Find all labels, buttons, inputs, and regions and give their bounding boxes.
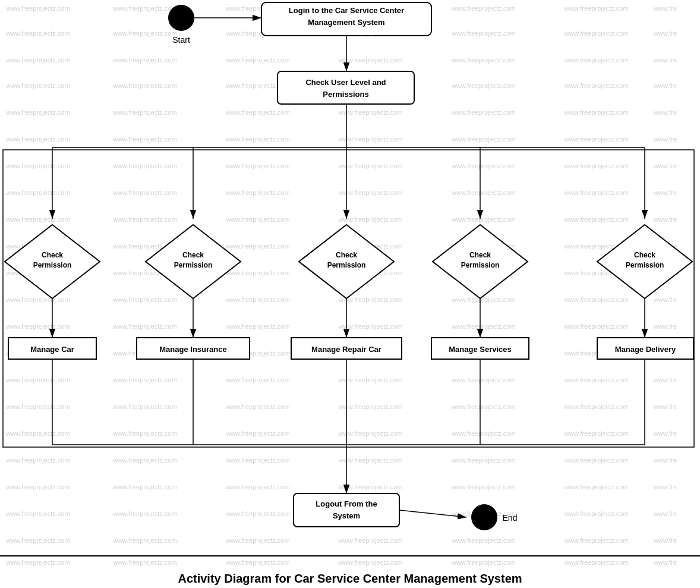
diagram-container: www.freeprojectz.com www.freeprojectz.co… (0, 0, 700, 588)
svg-text:www.freeprojectz.com: www.freeprojectz.com (338, 403, 403, 410)
svg-text:www.freeprojectz.com: www.freeprojectz.com (338, 162, 403, 169)
svg-text:www.freeprojectz.com: www.freeprojectz.com (451, 296, 516, 303)
svg-text:www.fre: www.fre (653, 483, 677, 490)
svg-text:www.fre: www.fre (653, 430, 677, 437)
svg-text:www.freeprojectz.com: www.freeprojectz.com (112, 483, 177, 490)
svg-text:www.freeprojectz.com: www.freeprojectz.com (225, 162, 290, 169)
svg-text:www.freeprojectz.com: www.freeprojectz.com (564, 457, 629, 464)
svg-text:www.freeprojectz.com: www.freeprojectz.com (564, 296, 629, 303)
svg-text:www.freeprojectz.com: www.freeprojectz.com (112, 403, 177, 410)
svg-text:www.freeprojectz.com: www.freeprojectz.com (5, 136, 70, 143)
svg-text:www.freeprojectz.com: www.freeprojectz.com (112, 559, 177, 566)
svg-text:www.freeprojectz.com: www.freeprojectz.com (225, 323, 290, 330)
svg-text:www.fre: www.fre (653, 559, 677, 566)
svg-text:www.freeprojectz.com: www.freeprojectz.com (451, 189, 516, 196)
svg-text:www.freeprojectz.com: www.freeprojectz.com (564, 109, 629, 116)
svg-text:www.freeprojectz.com: www.freeprojectz.com (564, 403, 629, 410)
svg-text:www.freeprojectz.com: www.freeprojectz.com (451, 483, 516, 490)
svg-text:www.fre: www.fre (653, 323, 677, 330)
svg-text:Check: Check (42, 251, 63, 259)
svg-text:www.freeprojectz.com: www.freeprojectz.com (564, 323, 629, 330)
start-label: Start (172, 35, 190, 45)
manage-repair-text: Manage Repair Car (311, 345, 381, 354)
svg-text:www.fre: www.fre (653, 296, 677, 303)
svg-text:www.fre: www.fre (653, 56, 677, 64)
svg-text:www.freeprojectz.com: www.freeprojectz.com (338, 559, 403, 566)
svg-text:www.freeprojectz.com: www.freeprojectz.com (5, 56, 70, 64)
svg-text:www.fre: www.fre (653, 82, 677, 89)
svg-text:www.freeprojectz.com: www.freeprojectz.com (338, 189, 403, 196)
svg-text:www.freeprojectz.com: www.freeprojectz.com (564, 56, 629, 64)
manage-delivery-text: Manage Delivery (615, 345, 676, 354)
end-circle (471, 504, 497, 530)
svg-text:www.freeprojectz.com: www.freeprojectz.com (225, 457, 290, 464)
svg-text:www.freeprojectz.com: www.freeprojectz.com (5, 376, 70, 383)
svg-text:www.freeprojectz.com: www.freeprojectz.com (338, 216, 403, 223)
svg-text:Permission: Permission (461, 261, 500, 269)
svg-text:www.freeprojectz.com: www.freeprojectz.com (225, 136, 290, 143)
svg-text:www.freeprojectz.com: www.freeprojectz.com (338, 457, 403, 464)
svg-text:www.freeprojectz.com: www.freeprojectz.com (112, 162, 177, 169)
svg-text:www.freeprojectz.com: www.freeprojectz.com (564, 30, 629, 37)
svg-text:www.freeprojectz.com: www.freeprojectz.com (564, 376, 629, 383)
logout-text2: System (333, 511, 360, 520)
svg-text:www.freeprojectz.com: www.freeprojectz.com (112, 30, 177, 37)
svg-text:www.fre: www.fre (653, 5, 677, 12)
svg-text:www.freeprojectz.com: www.freeprojectz.com (5, 510, 70, 517)
svg-text:www.freeprojectz.com: www.freeprojectz.com (5, 30, 70, 37)
manage-insurance-text: Manage Insurance (159, 345, 226, 354)
svg-text:www.freeprojectz.com: www.freeprojectz.com (225, 216, 290, 223)
svg-text:www.freeprojectz.com: www.freeprojectz.com (564, 430, 629, 437)
svg-text:www.fre: www.fre (653, 537, 677, 544)
svg-text:Permission: Permission (626, 261, 664, 269)
svg-text:www.freeprojectz.com: www.freeprojectz.com (564, 216, 629, 223)
diagram-title: Activity Diagram for Car Service Center … (178, 572, 522, 585)
svg-text:www.fre: www.fre (653, 162, 677, 169)
svg-text:www.fre: www.fre (653, 376, 677, 383)
svg-text:www.freeprojectz.com: www.freeprojectz.com (225, 269, 290, 276)
svg-text:www.fre: www.fre (653, 136, 677, 143)
login-box-text: Login to the Car Service Center (289, 6, 404, 15)
svg-text:Permission: Permission (327, 261, 366, 269)
svg-text:www.freeprojectz.com: www.freeprojectz.com (112, 430, 177, 437)
svg-text:www.freeprojectz.com: www.freeprojectz.com (451, 457, 516, 464)
svg-text:www.freeprojectz.com: www.freeprojectz.com (5, 323, 70, 330)
svg-text:www.freeprojectz.com: www.freeprojectz.com (338, 109, 403, 116)
svg-text:www.freeprojectz.com: www.freeprojectz.com (338, 323, 403, 330)
svg-text:www.freeprojectz.com: www.freeprojectz.com (451, 376, 516, 383)
svg-text:www.fre: www.fre (653, 403, 677, 410)
svg-text:www.freeprojectz.com: www.freeprojectz.com (112, 323, 177, 330)
end-label: End (503, 513, 518, 523)
svg-text:Check: Check (634, 251, 655, 259)
svg-text:Permission: Permission (174, 261, 213, 269)
svg-text:Check: Check (336, 251, 357, 259)
svg-text:www.freeprojectz.com: www.freeprojectz.com (451, 559, 516, 566)
svg-text:www.freeprojectz.com: www.freeprojectz.com (564, 162, 629, 169)
svg-text:www.freeprojectz.com: www.freeprojectz.com (5, 162, 70, 169)
svg-text:www.freeprojectz.com: www.freeprojectz.com (225, 376, 290, 383)
svg-text:www.freeprojectz.com: www.freeprojectz.com (5, 559, 70, 566)
svg-text:www.freeprojectz.com: www.freeprojectz.com (225, 296, 290, 303)
svg-text:www.freeprojectz.com: www.freeprojectz.com (451, 30, 516, 37)
svg-text:www.freeprojectz.com: www.freeprojectz.com (5, 403, 70, 410)
svg-text:www.freeprojectz.com: www.freeprojectz.com (338, 537, 403, 544)
svg-text:www.freeprojectz.com: www.freeprojectz.com (225, 510, 290, 517)
svg-text:www.fre: www.fre (653, 189, 677, 196)
svg-text:www.freeprojectz.com: www.freeprojectz.com (5, 483, 70, 490)
svg-text:www.freeprojectz.com: www.freeprojectz.com (225, 559, 290, 566)
svg-text:www.freeprojectz.com: www.freeprojectz.com (5, 296, 70, 303)
svg-text:www.freeprojectz.com: www.freeprojectz.com (564, 136, 629, 143)
svg-text:www.freeprojectz.com: www.freeprojectz.com (5, 189, 70, 196)
svg-text:www.freeprojectz.com: www.freeprojectz.com (5, 216, 70, 223)
check-user-text2: Permissions (323, 90, 368, 99)
svg-text:www.freeprojectz.com: www.freeprojectz.com (451, 403, 516, 410)
svg-text:www.freeprojectz.com: www.freeprojectz.com (5, 430, 70, 437)
svg-text:www.freeprojectz.com: www.freeprojectz.com (338, 430, 403, 437)
svg-text:www.freeprojectz.com: www.freeprojectz.com (338, 483, 403, 490)
svg-text:www.freeprojectz.com: www.freeprojectz.com (112, 296, 177, 303)
svg-text:www.freeprojectz.com: www.freeprojectz.com (225, 430, 290, 437)
login-box-text2: Management System (308, 18, 384, 27)
svg-text:www.fre: www.fre (653, 109, 677, 116)
svg-text:www.freeprojectz.com: www.freeprojectz.com (225, 483, 290, 490)
svg-text:www.freeprojectz.com: www.freeprojectz.com (112, 82, 177, 89)
